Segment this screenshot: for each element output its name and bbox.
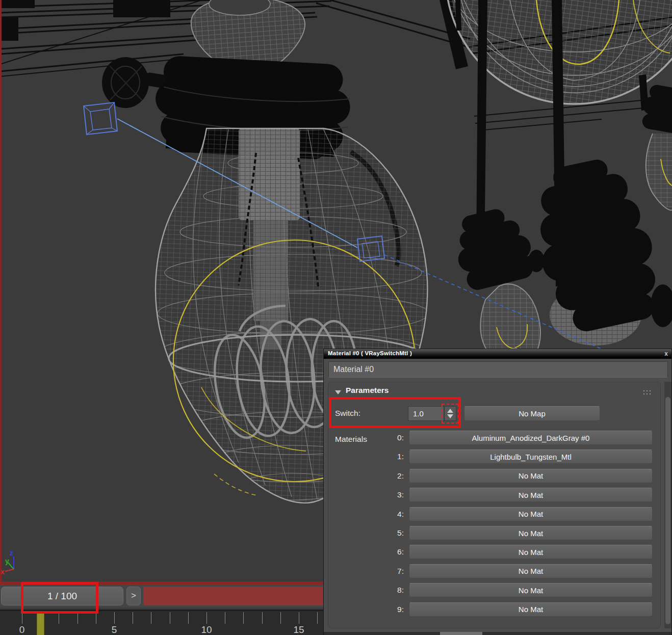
axis-z-label: z: [10, 549, 13, 557]
ruler-tick: [40, 612, 41, 624]
ruler-tick: [114, 612, 115, 624]
ruler-tick: [299, 612, 299, 624]
ruler-frame-label: 0: [19, 624, 25, 635]
material-slot-button[interactable]: No Mat: [409, 526, 653, 540]
ruler-tick: [188, 612, 189, 624]
rollout-title[interactable]: Parameters: [346, 386, 389, 395]
app-root: { "viewport": { "axis_gizmo": { "x_label…: [0, 0, 672, 635]
parameters-rollout: Parameters Switch: 1.0 No Map Materials …: [328, 382, 661, 628]
ruler-frame-label: 15: [293, 624, 304, 635]
dialog-vertical-scrollbar[interactable]: [664, 382, 671, 628]
sphere-bulb: [427, 0, 672, 135]
autokey-red-track[interactable]: [143, 587, 323, 605]
material-slot-index: 3:: [328, 488, 404, 502]
material-name-field[interactable]: Material #0: [328, 361, 668, 378]
next-frame-button[interactable]: >: [126, 587, 141, 605]
material-slot-button[interactable]: No Mat: [409, 545, 653, 559]
material-slot-list: 0:Aluminum_Anodized_DarkGray #01:Lightbu…: [328, 431, 661, 624]
ruler-tick: [225, 612, 225, 624]
material-slot-row: 7:No Mat: [328, 564, 661, 578]
ruler-frame-label: 10: [201, 624, 212, 635]
ruler-tick: [77, 612, 78, 624]
ruler-tick: [206, 612, 207, 624]
switch-map-button[interactable]: No Map: [464, 406, 600, 421]
dialog-horizontal-scrollbar[interactable]: [324, 632, 671, 635]
material-slot-row: 1:Lightbulb_Tungsten_Mtl: [328, 449, 661, 464]
axis-y-label: y: [5, 557, 9, 565]
spinner-down-icon[interactable]: [447, 414, 453, 418]
material-slot-button[interactable]: No Mat: [409, 488, 653, 502]
material-slot-index: 9:: [328, 602, 404, 617]
switch-spinner-arrows[interactable]: [444, 406, 456, 421]
time-slider-handle[interactable]: 1 / 100: [1, 587, 123, 605]
material-slot-row: 8:No Mat: [328, 583, 661, 597]
material-slot-index: 2:: [328, 469, 404, 483]
track-bar-ruler[interactable]: 051015: [0, 610, 326, 635]
ruler-frame-label: 5: [112, 624, 117, 635]
ruler-tick: [262, 612, 263, 624]
axis-gizmo: z y x: [1, 549, 14, 576]
scrollbar-thumb[interactable]: [440, 632, 482, 635]
material-slot-row: 3:No Mat: [328, 488, 661, 502]
material-slot-button[interactable]: No Mat: [409, 583, 653, 597]
time-slider-track[interactable]: 1 / 100 >: [0, 585, 326, 607]
dialog-title: Material #0 ( VRaySwitchMtl ): [328, 350, 412, 356]
material-slot-row: 2:No Mat: [328, 469, 661, 483]
material-editor-dialog: Material #0 ( VRaySwitchMtl ) x Material…: [323, 349, 672, 635]
timeline: 1 / 100 > 051015: [0, 585, 326, 635]
material-slot-index: 0:: [328, 431, 404, 445]
dialog-titlebar[interactable]: Material #0 ( VRaySwitchMtl ) x: [324, 349, 671, 359]
material-slot-row: 4:No Mat: [328, 507, 661, 521]
socket-b: [448, 203, 546, 372]
material-slot-button[interactable]: No Mat: [409, 602, 653, 617]
material-slot-button[interactable]: No Mat: [409, 507, 653, 521]
ruler-tick: [243, 612, 244, 624]
rollout-grip-icon: [642, 389, 652, 396]
scrollbar-thumb[interactable]: [665, 397, 670, 624]
material-slot-button[interactable]: Lightbulb_Tungsten_Mtl: [409, 449, 653, 464]
material-slot-row: 6:No Mat: [328, 545, 661, 559]
ruler-tick: [317, 612, 318, 624]
material-slot-row: 9:No Mat: [328, 602, 661, 617]
ruler-tick: [96, 612, 96, 624]
material-slot-index: 7:: [328, 564, 404, 578]
material-slot-index: 6:: [328, 545, 404, 559]
close-icon[interactable]: x: [664, 350, 668, 358]
ruler-tick: [151, 612, 151, 624]
material-slot-index: 4:: [328, 507, 404, 521]
material-slot-row: 0:Aluminum_Anodized_DarkGray #0: [328, 431, 661, 445]
material-slot-button[interactable]: No Mat: [409, 564, 653, 578]
material-slot-index: 1:: [328, 449, 404, 464]
material-slot-index: 5:: [328, 526, 404, 540]
switch-value-field[interactable]: 1.0: [408, 406, 444, 421]
socket-right-edge: [639, 83, 672, 217]
rollout-collapse-icon[interactable]: [335, 390, 341, 394]
spinner-up-icon[interactable]: [447, 409, 453, 413]
ruler-tick: [133, 612, 133, 624]
material-slot-index: 8:: [328, 583, 404, 597]
switch-label: Switch:: [335, 406, 360, 421]
viewport-border-left: [0, 0, 2, 585]
material-slot-button[interactable]: Aluminum_Anodized_DarkGray #0: [409, 431, 653, 445]
ruler-tick: [170, 612, 170, 624]
material-slot-button[interactable]: No Mat: [409, 469, 653, 483]
ruler-tick: [280, 612, 281, 624]
ruler-tick: [22, 612, 22, 624]
ruler-tick: [59, 612, 59, 624]
material-slot-row: 5:No Mat: [328, 526, 661, 540]
